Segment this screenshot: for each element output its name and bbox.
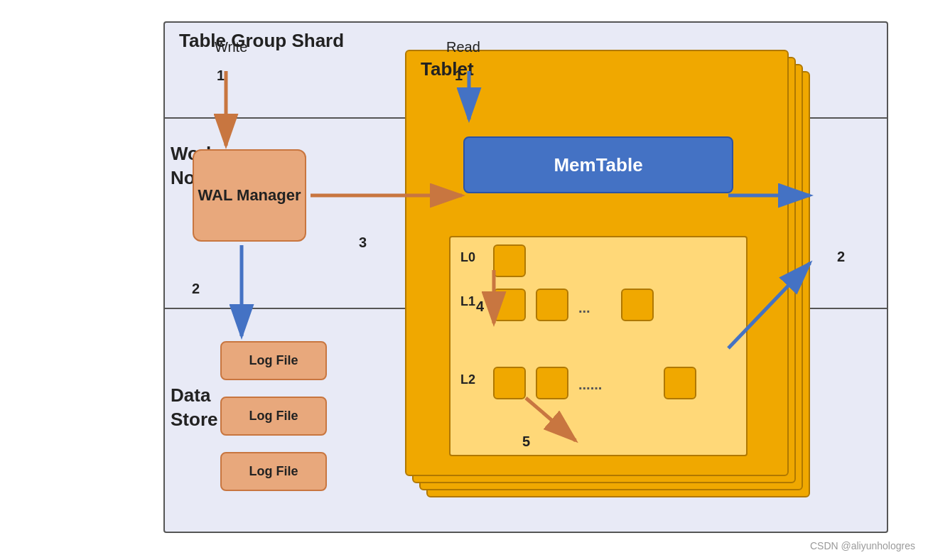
num3-label: 3 (359, 235, 367, 251)
sst-l2-1 (493, 367, 526, 399)
tablet-stack: Tablet MemTable L0 L1 ... L2 ... (405, 50, 817, 505)
data-store-label: Data Store (171, 384, 217, 432)
log-file-2-label: Log File (249, 409, 298, 424)
level-l0-label: L0 (460, 250, 475, 265)
memtable-label: MemTable (554, 154, 642, 176)
table-group-shard-label: Table Group Shard (179, 30, 344, 52)
tablet-label: Tablet (421, 58, 474, 80)
level-l1-label: L1 (460, 294, 475, 309)
sst-l1-1 (493, 289, 526, 321)
wal-manager-box: WAL Manager (193, 149, 306, 242)
watermark: CSDN @aliyunhologres (810, 540, 915, 551)
lsm-area: L0 L1 ... L2 ...... (449, 236, 748, 456)
num2-right-label: 2 (837, 249, 845, 265)
log-file-2: Log File (220, 397, 327, 436)
wal-manager-label: WAL Manager (198, 185, 301, 206)
log-file-1: Log File (220, 341, 327, 380)
tablet-card-front: Tablet MemTable L0 L1 ... L2 ... (405, 50, 789, 476)
log-file-1-label: Log File (249, 353, 298, 368)
diagram-container: Table Group Shard Worker Node Data Store… (0, 0, 928, 560)
write-label: Write (215, 39, 247, 55)
level-l2-label: L2 (460, 372, 475, 387)
sst-l1-last (621, 289, 654, 321)
memtable-box: MemTable (463, 136, 733, 193)
l1-dots: ... (578, 300, 590, 316)
sst-l2-2 (536, 367, 568, 399)
sst-l2-last (664, 367, 696, 399)
sst-l1-2 (536, 289, 568, 321)
log-file-3-label: Log File (249, 464, 298, 479)
log-file-3: Log File (220, 452, 327, 491)
num2-label: 2 (192, 281, 200, 297)
sst-l0-1 (493, 244, 526, 277)
read-label: Read (446, 39, 480, 55)
num4-label: 4 (476, 298, 484, 315)
num5-label: 5 (522, 434, 530, 450)
read-num: 1 (455, 68, 463, 84)
l2-dots: ...... (578, 377, 602, 393)
write-num: 1 (217, 68, 225, 84)
